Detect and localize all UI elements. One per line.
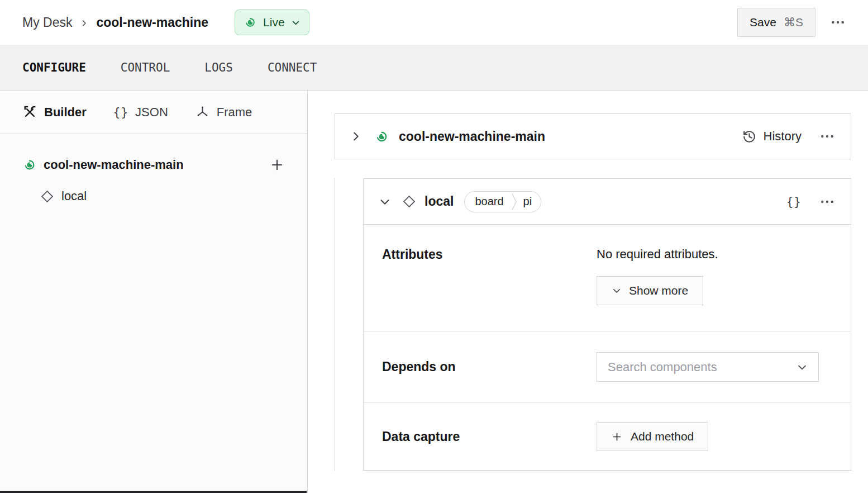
add-component-button[interactable] <box>269 157 285 173</box>
data-capture-label: Data capture <box>382 429 597 444</box>
view-mode-switcher: Builder {} JSON <box>0 91 307 134</box>
component-card-header: local board pi {} <box>364 179 851 225</box>
depends-on-section: Depends on Search components <box>364 331 851 403</box>
ellipsis-icon <box>819 194 835 210</box>
tree-connector-line <box>335 178 335 471</box>
tab-connect[interactable]: CONNECT <box>268 61 317 74</box>
broadcast-icon <box>244 16 257 29</box>
attributes-label: Attributes <box>382 247 597 305</box>
depends-on-label: Depends on <box>382 359 597 375</box>
component-type-badge: board pi <box>464 191 541 212</box>
diamond-icon <box>40 189 54 203</box>
axes-icon <box>195 105 210 120</box>
viam-machine-page: My Desk cool-new-machine Live Save ⌘S <box>0 0 868 493</box>
chevron-down-icon <box>291 18 301 27</box>
component-card-wrap: local board pi {} <box>335 178 851 471</box>
save-button[interactable]: Save ⌘S <box>737 8 815 37</box>
part-more-button[interactable] <box>817 126 837 146</box>
json-view-toggle-button[interactable]: {} <box>786 195 802 208</box>
braces-icon: {} <box>113 106 128 119</box>
machine-part-card: cool-new-machine-main History <box>335 113 851 159</box>
diamond-icon <box>402 195 416 208</box>
component-card-local: local board pi {} <box>363 178 851 471</box>
breadcrumb-root[interactable]: My Desk <box>22 15 72 30</box>
history-label: History <box>764 129 802 144</box>
ellipsis-icon <box>819 129 835 144</box>
chevron-down-icon[interactable] <box>379 196 391 208</box>
sidebar: Builder {} JSON <box>0 91 308 493</box>
breadcrumb-chevron-icon <box>80 19 88 27</box>
tab-configure[interactable]: CONFIGURE <box>22 61 86 74</box>
mode-builder[interactable]: Builder <box>22 105 87 120</box>
header-more-button[interactable] <box>828 12 848 32</box>
live-status-button[interactable]: Live <box>235 10 309 35</box>
broadcast-icon <box>22 158 37 172</box>
live-label: Live <box>263 16 285 29</box>
top-header: My Desk cool-new-machine Live Save ⌘S <box>0 0 868 45</box>
chevron-right-icon[interactable] <box>350 130 362 143</box>
content-area: Builder {} JSON <box>0 91 868 493</box>
data-capture-content: Add method <box>597 422 837 451</box>
machine-tree: cool-new-machine-main local <box>0 134 307 208</box>
chevron-down-icon <box>797 362 808 373</box>
tree-machine-part-label: cool-new-machine-main <box>44 158 184 172</box>
tree-item-local[interactable]: local <box>0 184 307 208</box>
save-label: Save <box>750 16 776 29</box>
mode-frame[interactable]: Frame <box>195 105 252 120</box>
depends-on-content: Search components <box>597 352 837 382</box>
depends-on-select[interactable]: Search components <box>597 352 819 382</box>
breadcrumb-current: cool-new-machine <box>96 15 208 30</box>
mode-json[interactable]: {} JSON <box>113 105 168 120</box>
tree-local-label: local <box>61 189 87 203</box>
mode-frame-label: Frame <box>217 105 252 120</box>
ellipsis-icon <box>830 15 846 30</box>
tab-bar: CONFIGURE CONTROL LOGS CONNECT <box>0 45 868 91</box>
breadcrumb: My Desk cool-new-machine <box>22 15 208 30</box>
plus-icon <box>611 431 623 443</box>
mode-builder-label: Builder <box>44 105 87 120</box>
component-title: local <box>425 194 454 209</box>
tab-logs[interactable]: LOGS <box>204 61 233 74</box>
attributes-empty-text: No required attributes. <box>597 247 837 262</box>
add-method-label: Add method <box>631 430 694 443</box>
show-more-label: Show more <box>629 284 688 297</box>
sidebar-horizontal-scrollbar[interactable] <box>0 491 307 493</box>
broadcast-icon <box>374 129 389 144</box>
tree-item-machine-part[interactable]: cool-new-machine-main <box>0 153 307 177</box>
badge-model-label: pi <box>523 195 532 208</box>
history-icon <box>742 130 756 144</box>
configure-panel: cool-new-machine-main History <box>308 91 868 493</box>
add-method-button[interactable]: Add method <box>597 422 708 451</box>
chevron-down-icon <box>612 286 622 296</box>
depends-on-placeholder: Search components <box>608 360 717 375</box>
attributes-section: Attributes No required attributes. Show … <box>364 225 851 331</box>
history-button[interactable]: History <box>742 129 802 144</box>
component-more-button[interactable] <box>817 192 837 212</box>
badge-separator-icon <box>511 192 517 211</box>
attributes-content: No required attributes. Show more <box>597 247 837 305</box>
data-capture-section: Data capture Add method <box>364 403 851 470</box>
show-more-button[interactable]: Show more <box>597 276 703 305</box>
tab-control[interactable]: CONTROL <box>121 61 170 74</box>
machine-part-title: cool-new-machine-main <box>399 129 545 144</box>
tools-icon <box>22 105 37 120</box>
badge-type-label: board <box>475 195 503 208</box>
save-shortcut: ⌘S <box>784 16 803 29</box>
mode-json-label: JSON <box>135 105 168 120</box>
